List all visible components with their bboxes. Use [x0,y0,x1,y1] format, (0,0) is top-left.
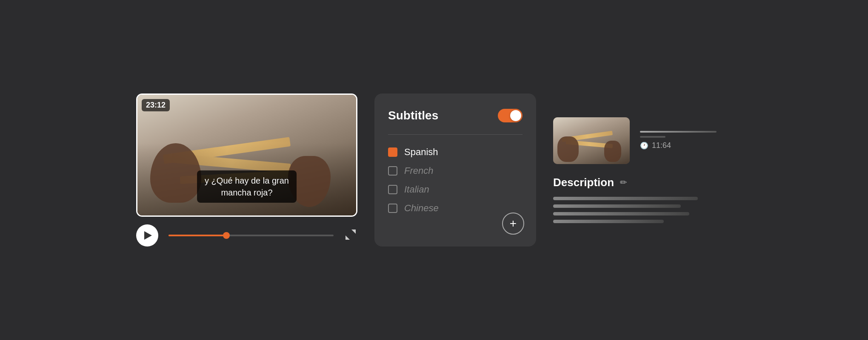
divider [388,134,523,135]
video-frame: 23:12 y ¿Qué hay de la gran mancha roja? [136,94,357,217]
subtitles-panel: Subtitles Spanish French Italian Chines [374,94,536,246]
subtitles-header: Subtitles [388,109,523,122]
preview-scene [553,117,630,164]
main-container: 23:12 y ¿Qué hay de la gran mancha roja? [136,94,732,246]
subtitles-toggle[interactable] [498,109,523,122]
preview-thumbnail [553,117,630,164]
preview-hand-right [604,141,621,162]
description-header: Description ✏ [553,176,732,189]
italian-checkbox[interactable] [388,185,397,194]
subtitle-line1: y ¿Qué hay de la gran [205,176,289,185]
subtitle-line2: mancha roja? [221,188,272,197]
fullscreen-button[interactable] [344,228,357,243]
progress-thumb[interactable] [223,232,230,239]
desc-line-2 [553,204,681,208]
preview-hand-left [557,136,579,162]
language-item-italian[interactable]: Italian [388,184,523,195]
clock-icon: 🕐 [640,142,648,150]
edit-icon[interactable]: ✏ [620,177,627,187]
desc-line-4 [553,220,664,223]
description-title: Description [553,176,614,189]
preview-time-value: 11:64 [652,141,671,150]
progress-bar[interactable] [168,234,334,237]
preview-progress-bar [640,131,717,133]
desc-line-1 [553,197,698,200]
subtitles-title: Subtitles [388,109,438,122]
video-panel: 23:12 y ¿Qué hay de la gran mancha roja? [136,94,357,246]
description-section: Description ✏ [553,176,732,223]
language-list: Spanish French Italian Chinese [388,147,523,214]
chinese-label: Chinese [404,203,439,214]
preview-time-label: 🕐 11:64 [640,141,717,150]
desc-line-3 [553,212,689,215]
video-controls [136,224,357,246]
language-item-french[interactable]: French [388,165,523,176]
french-label: French [404,165,433,176]
play-button[interactable] [136,224,158,246]
italian-label: Italian [404,184,429,195]
preview-progress-bar-2 [640,136,665,138]
french-checkbox[interactable] [388,166,397,176]
chinese-checkbox[interactable] [388,204,397,213]
svg-marker-1 [345,235,350,240]
language-item-spanish[interactable]: Spanish [388,147,523,158]
spanish-label: Spanish [404,147,438,158]
preview-time-row: 🕐 11:64 [640,131,717,150]
description-lines [553,197,732,223]
subtitle-text: y ¿Qué hay de la gran mancha roja? [197,170,297,203]
progress-track [168,235,334,236]
progress-fill [168,235,226,236]
preview-row: 🕐 11:64 [553,117,732,164]
language-item-chinese[interactable]: Chinese [388,203,523,214]
add-language-button[interactable]: + [502,212,524,235]
play-icon [144,231,152,240]
svg-marker-0 [351,230,356,234]
spanish-checkbox[interactable] [388,147,397,157]
toggle-thumb [510,110,521,121]
video-timestamp: 23:12 [142,99,170,111]
right-panel: 🕐 11:64 Description ✏ [553,117,732,223]
